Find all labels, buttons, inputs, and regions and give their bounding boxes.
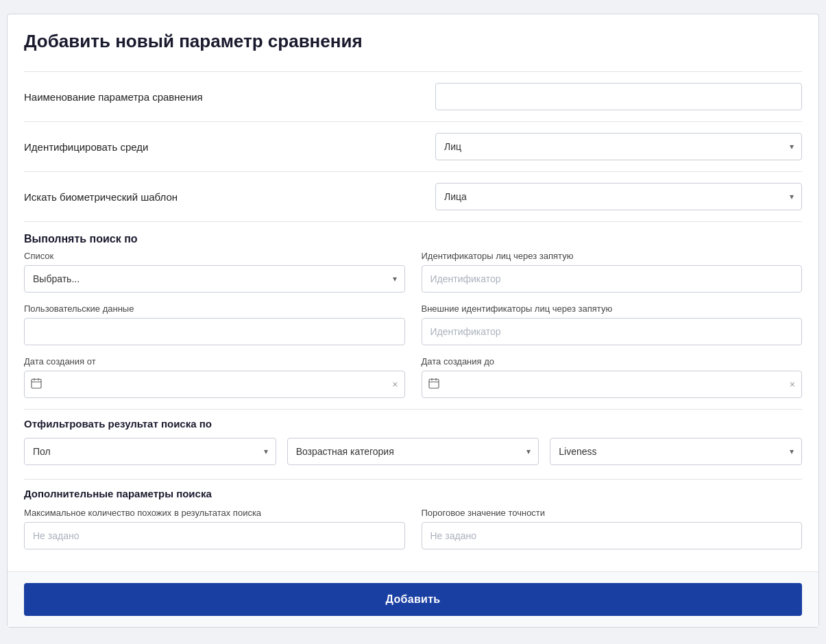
userdata-field-group: Пользовательские данные: [24, 304, 405, 345]
filter-title: Отфильтровать результат поиска по: [24, 418, 802, 430]
threshold-field-group: Пороговое значение точности: [422, 508, 803, 549]
ids-field-group: Идентификаторы лиц через запятую: [422, 251, 803, 293]
biometric-select[interactable]: Лица: [435, 183, 802, 210]
name-label: Наименование параметра сравнения: [24, 91, 435, 103]
identify-select-wrapper: Лиц ▾: [435, 133, 802, 160]
identify-control: Лиц ▾: [435, 133, 802, 160]
filter-grid: Пол ▾ Возрастная категория ▾ Liveness: [24, 438, 802, 465]
max-results-field-group: Максимальное количество похожих в резуль…: [24, 508, 405, 549]
date-to-clear-icon[interactable]: ×: [790, 379, 795, 390]
identify-select[interactable]: Лиц: [435, 133, 802, 160]
form-container: Добавить новый параметр сравнения Наимен…: [7, 14, 819, 628]
identify-label: Идентифицировать среди: [24, 141, 435, 153]
date-to-input[interactable]: [422, 371, 803, 398]
biometric-control: Лица ▾: [435, 183, 802, 210]
ids-label: Идентификаторы лиц через запятую: [422, 251, 803, 261]
biometric-row: Искать биометрический шаблон Лица ▾: [24, 171, 802, 221]
list-select-wrapper: Выбрать... ▾: [24, 265, 405, 293]
name-row: Наименование параметра сравнения: [24, 71, 802, 121]
age-select-wrapper: Возрастная категория ▾: [287, 438, 539, 465]
ids-input[interactable]: [422, 265, 803, 293]
threshold-input[interactable]: [422, 522, 803, 549]
search-by-section: Выполнять поиск по Список Выбрать... ▾ И…: [24, 221, 802, 409]
date-from-wrapper: ×: [24, 371, 405, 398]
gender-select-wrapper: Пол ▾: [24, 438, 276, 465]
list-select[interactable]: Выбрать...: [24, 265, 405, 293]
search-by-title: Выполнять поиск по: [24, 221, 802, 251]
biometric-select-wrapper: Лица ▾: [435, 183, 802, 210]
date-from-clear-icon[interactable]: ×: [392, 379, 398, 390]
userdata-label: Пользовательские данные: [24, 304, 405, 314]
gender-select[interactable]: Пол: [24, 438, 276, 465]
max-results-input[interactable]: [24, 522, 405, 549]
name-input[interactable]: [435, 83, 802, 110]
submit-bar: Добавить: [8, 571, 818, 627]
ext-ids-field-group: Внешние идентификаторы лиц через запятую: [422, 304, 803, 345]
date-from-field-group: Дата создания от ×: [24, 356, 405, 398]
liveness-select-wrapper: Liveness ▾: [550, 438, 802, 465]
userdata-input[interactable]: [24, 318, 405, 345]
submit-button[interactable]: Добавить: [24, 583, 802, 616]
threshold-label: Пороговое значение точности: [422, 508, 803, 518]
name-control: [435, 83, 802, 110]
list-label: Список: [24, 251, 405, 261]
biometric-label: Искать биометрический шаблон: [24, 191, 435, 203]
list-field-group: Список Выбрать... ▾: [24, 251, 405, 293]
ext-ids-input[interactable]: [422, 318, 803, 345]
additional-section: Дополнительные параметры поиска Максимал…: [24, 479, 802, 560]
date-to-wrapper: ×: [422, 371, 803, 398]
liveness-select[interactable]: Liveness: [550, 438, 802, 465]
date-to-field-group: Дата создания до ×: [422, 356, 803, 398]
search-by-grid: Список Выбрать... ▾ Идентификаторы лиц ч…: [24, 251, 802, 404]
date-from-label: Дата создания от: [24, 356, 405, 367]
additional-title: Дополнительные параметры поиска: [24, 488, 802, 499]
filter-section: Отфильтровать результат поиска по Пол ▾ …: [24, 409, 802, 479]
age-select[interactable]: Возрастная категория: [287, 438, 539, 465]
page-container: Добавить новый параметр сравнения Наимен…: [0, 0, 826, 628]
page-title: Добавить новый параметр сравнения: [24, 31, 802, 52]
date-to-label: Дата создания до: [422, 356, 803, 367]
date-from-input[interactable]: [24, 371, 405, 398]
max-results-label: Максимальное количество похожих в резуль…: [24, 508, 405, 518]
identify-row: Идентифицировать среди Лиц ▾: [24, 121, 802, 171]
additional-grid: Максимальное количество похожих в резуль…: [24, 508, 802, 555]
ext-ids-label: Внешние идентификаторы лиц через запятую: [422, 304, 803, 314]
